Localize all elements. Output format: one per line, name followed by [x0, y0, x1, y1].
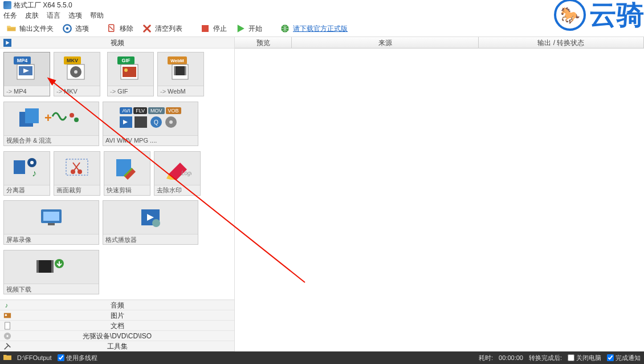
start-button[interactable]: 开始 [233, 22, 264, 35]
video-category-icon [3, 39, 11, 47]
tile-delogo[interactable]: Logo 去除水印 [154, 151, 201, 196]
cat-image-label: 图片 [111, 312, 124, 319]
section-title-video-label: 视频 [111, 39, 124, 47]
col-output[interactable]: 输出 / 转换状态 [479, 37, 644, 48]
cat-tools[interactable]: 工具集 [0, 341, 234, 351]
output-folder-button[interactable]: 输出文件夹 [3, 22, 56, 35]
svg-text:MKV: MKV [67, 58, 78, 63]
tile-crop-art [54, 152, 100, 185]
after-label: 转换完成后: [529, 354, 562, 362]
col-preview[interactable]: 预览 [235, 37, 292, 48]
notify-checkbox[interactable]: 完成通知 [607, 354, 641, 362]
remove-label: 移除 [120, 24, 133, 34]
tile-mkv-label: MKV [64, 86, 78, 96]
tile-merge-label: 视频合并 & 混流 [6, 135, 51, 145]
tile-delogo-label: 去除水印 [157, 185, 182, 195]
svg-point-32 [70, 113, 74, 118]
tile-download-label: 视频下载 [6, 284, 31, 294]
shutdown-checkbox[interactable]: 关闭电脑 [568, 354, 601, 362]
clear-icon [141, 23, 153, 34]
tile-record-art [4, 201, 99, 234]
svg-point-43 [30, 161, 34, 164]
tile-quickedit-art [104, 152, 150, 185]
main-area: 视频 MP4 ->MP4 [0, 37, 644, 351]
svg-text:Q: Q [154, 119, 158, 126]
menu-skin[interactable]: 皮肤 [25, 11, 39, 21]
badge-avi: AVI [120, 107, 132, 114]
tile-gif-label: GIF [117, 86, 128, 96]
output-folder-label: 输出文件夹 [19, 24, 54, 34]
menu-options[interactable]: 选项 [68, 11, 82, 21]
tile-gif[interactable]: GIF ->GIF [107, 52, 154, 96]
options-button[interactable]: 选项 [59, 22, 91, 35]
tile-splitter-label: 分离器 [6, 185, 25, 195]
clear-button[interactable]: 清空列表 [139, 22, 185, 35]
cat-audio-label: 音频 [111, 301, 124, 309]
video-gallery: MP4 ->MP4 MKV [0, 48, 234, 300]
tile-player[interactable]: 格式播放器 [103, 200, 198, 245]
remove-button[interactable]: 移除 [104, 22, 136, 35]
cat-tools-label: 工具集 [107, 342, 128, 350]
svg-rect-59 [36, 260, 39, 273]
col-source[interactable]: 来源 [292, 37, 479, 48]
title-bar: 格式工厂 X64 5.5.0 [0, 0, 644, 10]
tile-splitter[interactable]: ♪ 分离器 [3, 151, 50, 196]
menu-help[interactable]: 帮助 [90, 11, 104, 21]
cat-image[interactable]: 图片 [0, 310, 234, 321]
arrow-icon: -> [6, 86, 12, 96]
menu-task[interactable]: 任务 [3, 11, 17, 21]
svg-rect-36 [134, 116, 147, 128]
svg-rect-41 [14, 160, 25, 174]
tile-webm-art: WebM [158, 52, 203, 86]
grid-body [235, 48, 644, 351]
grid-header: 预览 来源 输出 / 转换状态 [235, 37, 644, 48]
svg-rect-30 [25, 108, 39, 123]
badge-flv: FLV [133, 107, 147, 114]
section-title-video[interactable]: 视频 [0, 37, 234, 48]
tile-crop[interactable]: 画面裁剪 [54, 151, 100, 196]
download-link[interactable]: 请下载官方正式版 [277, 22, 350, 35]
cat-document[interactable]: 文档 [0, 321, 234, 331]
notify-input[interactable] [607, 354, 614, 361]
tile-quickedit[interactable]: 快速剪辑 [104, 151, 150, 196]
tile-more[interactable]: AVI FLV MOV VOB Q AVI WMV MPG .... [103, 102, 198, 146]
toolbar: 输出文件夹 选项 移除 清空列表 停止 开始 请下载官方正 [0, 21, 644, 37]
menu-language[interactable]: 语言 [47, 11, 60, 21]
svg-text:Logo: Logo [181, 170, 191, 176]
tile-mp4-art: MP4 [4, 52, 50, 86]
badge-vob: VOB [166, 107, 181, 114]
app-title: 格式工厂 X64 5.5.0 [14, 1, 72, 10]
tile-player-label: 格式播放器 [105, 234, 137, 245]
cat-drive[interactable]: 光驱设备\DVD\CD\ISO [0, 331, 234, 341]
svg-rect-4 [202, 25, 209, 32]
multithread-checkbox[interactable]: 使用多线程 [58, 354, 97, 362]
tile-webm[interactable]: WebM ->WebM [157, 52, 204, 96]
svg-rect-63 [4, 313, 11, 318]
tile-mp4[interactable]: MP4 ->MP4 [3, 52, 50, 96]
document-icon [3, 322, 11, 330]
tile-record[interactable]: 屏幕录像 [3, 200, 99, 245]
svg-rect-28 [185, 66, 186, 75]
tile-download[interactable]: 视频下载 [3, 250, 99, 294]
audio-icon: ♪ [3, 301, 11, 309]
tile-record-label: 屏幕录像 [6, 234, 31, 245]
svg-point-64 [5, 314, 7, 316]
svg-text:+: + [44, 111, 52, 125]
tools-icon [3, 342, 11, 350]
shutdown-input[interactable] [568, 354, 574, 361]
globe-icon [279, 23, 291, 34]
svg-rect-53 [43, 212, 59, 221]
multithread-input[interactable] [58, 354, 64, 361]
stop-button[interactable]: 停止 [197, 22, 229, 35]
options-label: 选项 [75, 24, 89, 34]
tile-mkv[interactable]: MKV ->MKV [54, 52, 100, 96]
output-path[interactable]: D:\FFOutput [17, 354, 52, 361]
right-panel: 预览 来源 输出 / 转换状态 [235, 37, 644, 351]
cat-drive-label: 光驱设备\DVD\CD\ISO [83, 332, 152, 340]
tile-splitter-art: ♪ [4, 152, 50, 185]
tile-merge[interactable]: + 视频合并 & 混流 [3, 102, 99, 146]
status-bar: D:\FFOutput 使用多线程 耗时: 00:00:00 转换完成后: 关闭… [0, 351, 644, 364]
stop-label: 停止 [213, 24, 227, 34]
arrow-icon: -> [160, 86, 166, 96]
cat-audio[interactable]: ♪ 音频 [0, 300, 234, 310]
